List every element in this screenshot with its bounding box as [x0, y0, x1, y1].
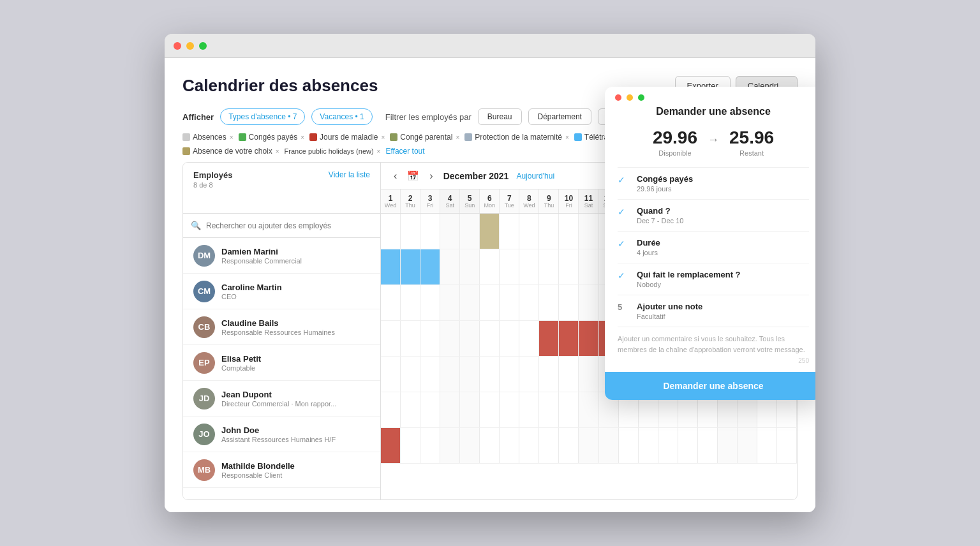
tag-absence-choix: Absence de votre choix ×: [182, 147, 279, 156]
departement-btn[interactable]: Département: [528, 108, 591, 125]
avatar-john: JO: [193, 424, 215, 445]
tag-france-holidays: France public holidays (new) ×: [285, 147, 381, 155]
note-step-number: 5: [618, 302, 630, 312]
employee-name-mathilde: Mathilde Blondelle: [221, 461, 295, 471]
employee-role-elisa: Comptable: [221, 364, 261, 372]
filter-types-btn[interactable]: Types d'absence • 7: [220, 108, 305, 125]
employee-role-john: Assistant Ressources Humaines H/F: [221, 436, 336, 443]
info-label-remplacement: Qui fait le remplacement ?: [637, 270, 741, 279]
prev-month-btn[interactable]: ‹: [391, 169, 399, 183]
tag-dot-maladie: [309, 133, 317, 141]
balance-remaining-number: 25.96: [729, 128, 774, 148]
check-icon-quand: ✓: [618, 207, 630, 217]
balance-arrow: →: [708, 133, 719, 147]
search-box: 🔍: [183, 214, 380, 238]
info-row-remplacement: ✓ Qui fait le remplacement ? Nobody: [618, 263, 809, 295]
balance-available-number: 29.96: [653, 128, 697, 148]
tag-maternite: Protection de la maternité ×: [464, 133, 569, 142]
next-month-btn[interactable]: ›: [427, 169, 435, 183]
employees-header: Employés 8 de 8 Vider la liste: [183, 163, 380, 214]
day-header-5: 5Sun: [460, 189, 480, 213]
employee-role-damien: Responsable Commercial: [221, 257, 302, 265]
tag-dot-conges: [239, 133, 246, 141]
employee-row: CB Claudine Bails Responsable Ressources…: [183, 309, 380, 345]
submit-absence-btn[interactable]: Demander une absence: [605, 372, 815, 400]
day-header-9: 9Thu: [539, 189, 559, 213]
tag-conges: Congés payés ×: [239, 133, 305, 142]
side-panel-title: Demander une absence: [618, 106, 809, 117]
tag-remove-maternite[interactable]: ×: [565, 134, 569, 141]
info-row-conges: ✓ Congés payés 29.96 jours: [618, 168, 809, 200]
employee-name-caroline: Caroline Martin: [221, 283, 282, 292]
day-header-1: 1Wed: [381, 189, 401, 213]
tl-close[interactable]: [174, 42, 181, 50]
employee-role-mathilde: Responsable Client: [221, 471, 295, 479]
sp-tl-maximize[interactable]: [638, 94, 644, 101]
tl-maximize[interactable]: [199, 42, 207, 50]
employee-row: MB Mathilde Blondelle Responsable Client: [183, 452, 380, 488]
employee-name-elisa: Elisa Petit: [221, 354, 261, 364]
filter-vacances-btn[interactable]: Vacances • 1: [311, 108, 372, 125]
browser-titlebar: [165, 34, 815, 58]
day-header-6: 6Mon: [480, 189, 500, 213]
employee-row: JD Jean Dupont Directeur Commercial · Mo…: [183, 381, 380, 417]
day-header-4: 4Sat: [440, 189, 460, 213]
employee-role-jean: Directeur Commercial · Mon rappor...: [221, 400, 336, 408]
vider-liste-link[interactable]: Vider la liste: [329, 170, 370, 179]
employee-list: DM Damien Marini Responsable Commercial …: [183, 238, 380, 488]
tag-remove-parental[interactable]: ×: [456, 134, 459, 141]
sp-tl-minimize[interactable]: [627, 94, 633, 101]
info-label-duree: Durée: [637, 238, 660, 247]
tag-remove-absences[interactable]: ×: [230, 134, 234, 141]
employee-name-jean: Jean Dupont: [221, 390, 336, 399]
check-icon-conges: ✓: [618, 175, 630, 185]
check-icon-remplacement: ✓: [618, 270, 630, 281]
day-header-3: 3Fri: [420, 189, 440, 213]
avatar-claudine: CB: [193, 316, 215, 338]
search-input[interactable]: [206, 221, 373, 230]
tag-dot-absences: [182, 133, 190, 141]
info-row-quand: ✓ Quand ? Dec 7 - Dec 10: [618, 200, 809, 232]
tag-parental: Congé parental ×: [390, 133, 459, 142]
tag-maladie: Jours de maladie ×: [309, 133, 385, 142]
employee-name-john: John Doe: [221, 425, 336, 435]
avatar-elisa: EP: [193, 352, 215, 374]
employee-row: EP Elisa Petit Comptable: [183, 345, 380, 381]
tag-remove-france-holidays[interactable]: ×: [377, 148, 381, 155]
sp-tl-close[interactable]: [615, 94, 621, 101]
info-value-quand: Dec 7 - Dec 10: [637, 217, 683, 225]
tag-remove-absence-choix[interactable]: ×: [276, 148, 279, 155]
tag-dot-teletravail: [574, 133, 582, 141]
browser-content: Calendrier des absences Exporter Calendr…: [165, 58, 815, 512]
note-char-count: 250: [618, 357, 809, 364]
avatar-damien: DM: [193, 245, 215, 267]
note-area: Ajouter un commentaire si vous le souhai…: [618, 327, 809, 369]
tag-remove-conges[interactable]: ×: [301, 134, 304, 141]
info-row-duree: ✓ Durée 4 jours: [618, 232, 809, 263]
clear-all-link[interactable]: Effacer tout: [385, 147, 424, 156]
avatar-jean: JD: [193, 388, 215, 410]
employee-role-caroline: CEO: [221, 293, 282, 300]
avatar-caroline: CM: [193, 281, 215, 302]
day-header-7: 7Tue: [500, 189, 519, 213]
bureau-btn[interactable]: Bureau: [478, 108, 522, 125]
day-header-11: 11Sat: [579, 189, 598, 213]
page-title: Calendrier des absences: [182, 76, 378, 96]
tag-remove-maladie[interactable]: ×: [382, 134, 385, 141]
employee-row: CM Caroline Martin CEO: [183, 274, 380, 309]
balance-available-label: Disponible: [653, 149, 697, 157]
today-btn[interactable]: Aujourd'hui: [516, 172, 554, 181]
side-panel: Demander une absence 29.96 Disponible → …: [605, 87, 815, 400]
calendar-icon: 📅: [407, 170, 419, 182]
employee-role-claudine: Responsable Ressources Humaines: [221, 328, 335, 336]
info-row-note: 5 Ajouter une note Facultatif: [618, 295, 809, 327]
tl-minimize[interactable]: [186, 42, 194, 50]
day-header-2: 2Thu: [401, 189, 420, 213]
balance-remaining: 25.96 Restant: [729, 128, 774, 157]
day-header-10: 10Fri: [559, 189, 579, 213]
tag-dot-absence-choix: [182, 147, 190, 155]
filtrer-label: Filtrer les employés par: [385, 112, 471, 122]
info-label-quand: Quand ?: [637, 206, 683, 216]
info-value-conges: 29.96 jours: [637, 185, 693, 193]
note-placeholder-text: Ajouter un commentaire si vous le souhai…: [618, 334, 809, 355]
